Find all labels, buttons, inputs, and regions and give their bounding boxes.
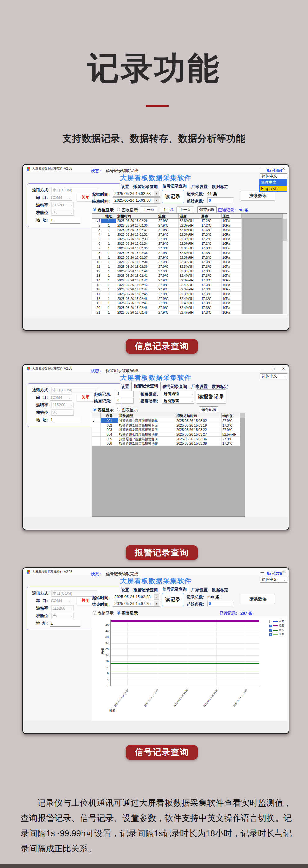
- language-select[interactable]: 简体中文 ⌄: [260, 373, 287, 379]
- minimize-icon[interactable]: —: [261, 167, 264, 171]
- calendar-dropdown-icon[interactable]: ▾: [154, 601, 159, 607]
- table-row[interactable]: 9 1 2025-05-26 15:02:37 27.9℃ 52.3%RH 17…: [92, 255, 242, 260]
- close-icon[interactable]: ✕: [282, 167, 285, 171]
- table-row[interactable]: 006 报警通道2:露点低报警动作 2025-05-26 15:03:39 17…: [92, 441, 240, 446]
- start-count-input[interactable]: [207, 197, 233, 203]
- end-record-input[interactable]: [116, 398, 134, 404]
- table-row[interactable]: 1 1 2025-05-26 15:02:29 27.9℃ 52.3%RH 17…: [92, 219, 242, 223]
- next-page-button[interactable]: 下一页: [176, 207, 194, 213]
- chart-view-label[interactable]: 图表显示: [122, 611, 138, 616]
- legend-item[interactable]: 露点: [269, 628, 284, 632]
- language-select[interactable]: 简体中文 ⌄: [260, 577, 287, 583]
- close-port-button[interactable]: 关闭: [76, 194, 95, 202]
- calendar-dropdown-icon[interactable]: ▾: [154, 191, 159, 196]
- start-time-input[interactable]: 2025-05-26 15:02:28 ▾: [113, 594, 160, 600]
- chart-view-radio[interactable]: [117, 408, 121, 411]
- table-row[interactable]: 6 1 2025-05-26 15:02:34 27.9℃ 52.3%RH 17…: [92, 241, 242, 246]
- read-records-button[interactable]: 读记录: [162, 593, 184, 607]
- table-row[interactable]: 005 报警通道1:温度高报警返回 2025-05-26 15:03:36 27…: [92, 437, 240, 441]
- table-row[interactable]: 4 1 2025-05-26 15:02:32 27.9℃ 52.3%RH 17…: [92, 232, 242, 237]
- checkbox-icon[interactable]: [269, 633, 272, 636]
- alarm-channel-select[interactable]: 所有通道 ⌄: [162, 391, 194, 397]
- legend-item[interactable]: 湿度: [269, 624, 284, 628]
- close-icon[interactable]: ✕: [282, 367, 285, 371]
- maximize-icon[interactable]: ▢: [271, 367, 274, 371]
- alarm-records-table[interactable]: 序号 报警类型 报警起始时间 动作值 001 报警通道1:温度低报警动作 202…: [92, 413, 245, 517]
- close-port-button[interactable]: 关闭: [76, 597, 95, 605]
- chart-view-radio[interactable]: [117, 208, 121, 211]
- table-view-radio[interactable]: [93, 611, 96, 615]
- save-records-button[interactable]: 保存记录: [199, 406, 218, 413]
- vertical-scrollbar[interactable]: [282, 214, 287, 314]
- table-row[interactable]: 7 1 2025-05-26 15:02:35 27.9℃ 52.3%RH 17…: [92, 246, 242, 251]
- baud-select[interactable]: 115200⌄: [51, 605, 74, 612]
- table-view-radio[interactable]: [93, 408, 96, 411]
- titlebar[interactable]: 大屏看板数据采集软件 V2.08 — ▢ ✕: [24, 568, 288, 575]
- tab[interactable]: 报警记录查询: [131, 587, 160, 594]
- address-input[interactable]: [50, 217, 80, 223]
- table-row[interactable]: 12 1 2025-05-26 15:02:40 27.9℃ 52.3%RH 1…: [92, 269, 242, 274]
- address-input[interactable]: [50, 417, 80, 424]
- tab[interactable]: 厂家设置: [189, 183, 210, 191]
- read-by-count-button[interactable]: 按条数读: [241, 594, 275, 604]
- checkbox-icon[interactable]: [269, 620, 272, 623]
- chart-view-label[interactable]: 图表显示: [122, 407, 138, 413]
- table-view-label[interactable]: 表格显示: [97, 611, 113, 616]
- calendar-dropdown-icon[interactable]: ▾: [154, 594, 159, 600]
- table-row[interactable]: 19 1 2025-05-26 15:02:47 27.9℃ 52.4%RH 1…: [92, 301, 242, 305]
- end-time-input[interactable]: 2025-05-26 15:07:25 ▾: [113, 600, 160, 607]
- table-view-label[interactable]: 表格显示: [97, 207, 113, 213]
- table-row[interactable]: 10 1 2025-05-26 15:02:38 27.9℃ 52.3%RH 1…: [92, 260, 242, 264]
- comm-mode-select[interactable]: 串口(COM)⌄: [51, 387, 97, 393]
- start-time-input[interactable]: 2025-05-26 15:02:28 ▾: [113, 190, 160, 197]
- parity-select[interactable]: 无⌄: [51, 613, 74, 619]
- tab[interactable]: 报警记录查询: [131, 382, 161, 391]
- baud-select[interactable]: 115200⌄: [51, 202, 74, 208]
- chart-view-label[interactable]: 图表显示: [122, 207, 138, 213]
- signal-records-table[interactable]: 地址 测量时间 温度 湿度 露点 压差 1 1 2025-05-26 15:02…: [92, 213, 287, 314]
- language-option-english[interactable]: English: [260, 186, 287, 191]
- read-by-count-button[interactable]: 按条数读: [241, 190, 275, 201]
- table-row[interactable]: 8 1 2025-05-26 15:02:36 27.9℃ 52.3%RH 17…: [92, 251, 242, 255]
- address-input[interactable]: [50, 620, 80, 627]
- comm-mode-select[interactable]: 串口(COM)⌄: [51, 590, 97, 596]
- table-row[interactable]: 14 1 2025-05-26 15:02:42 27.9℃ 52.3%RH 1…: [92, 278, 242, 283]
- alarm-type-select[interactable]: 所有报警 ⌄: [162, 398, 194, 404]
- minimize-icon[interactable]: —: [261, 367, 264, 371]
- table-row[interactable]: 18 1 2025-05-26 15:02:46 27.9℃ 52.4%RH 1…: [92, 297, 242, 301]
- baud-select[interactable]: 115200⌄: [51, 402, 74, 408]
- read-alarm-records-button[interactable]: 读报警记录: [196, 390, 227, 404]
- checkbox-icon[interactable]: [269, 629, 272, 632]
- tab[interactable]: 数据标定: [210, 587, 230, 594]
- table-row[interactable]: 21 1 2025-05-26 15:02:49 27.9℃ 52.4%RH 1…: [92, 310, 242, 314]
- start-record-input[interactable]: [116, 391, 134, 397]
- titlebar[interactable]: 大屏看板数据采集软件 V2.08 — ▢ ✕: [24, 165, 288, 172]
- legend-item[interactable]: 压差: [269, 632, 284, 637]
- language-option-chinese[interactable]: 简体中文: [260, 180, 287, 186]
- table-view-label[interactable]: 表格显示: [97, 407, 113, 413]
- parity-select[interactable]: 无⌄: [51, 210, 74, 216]
- end-time-input[interactable]: 2025-05-26 15:03:58 ▾: [113, 197, 160, 204]
- tab[interactable]: 报警记录查询: [131, 183, 160, 191]
- table-row[interactable]: 11 1 2025-05-26 15:02:39 27.9℃ 52.3%RH 1…: [92, 264, 242, 269]
- checkbox-icon[interactable]: [269, 624, 272, 627]
- table-row[interactable]: 5 1 2025-05-26 15:02:33 27.9℃ 52.3%RH 17…: [92, 237, 242, 242]
- titlebar[interactable]: 大屏看板数据采集软件 V2.08 — ▢ ✕: [24, 365, 288, 372]
- tab[interactable]: 厂家设置: [189, 587, 210, 594]
- table-row[interactable]: 13 1 2025-05-26 15:02:41 27.9℃ 52.4%RH 1…: [92, 273, 242, 278]
- table-row[interactable]: 20 1 2025-05-26 15:02:48 27.9℃ 52.4%RH 1…: [92, 305, 242, 310]
- minimize-icon[interactable]: —: [261, 570, 264, 574]
- table-row[interactable]: 003 报警通道3:温度高报警返回 2025-05-26 15:03:22 27…: [92, 428, 240, 432]
- table-row[interactable]: 004 报警通道4:湿度高报警动作 2025-05-26 15:03:27 52…: [92, 432, 240, 437]
- table-row[interactable]: 002 报警通道2:露点高报警返回 2025-05-26 15:03:19 17…: [92, 423, 240, 428]
- tab[interactable]: 信号记录查询: [161, 383, 189, 391]
- tab[interactable]: 数据标定: [210, 183, 230, 191]
- start-count-input[interactable]: [207, 600, 233, 607]
- calendar-dropdown-icon[interactable]: ▾: [154, 198, 159, 203]
- legend-item[interactable]: 温度: [269, 620, 284, 623]
- table-row[interactable]: 17 1 2025-05-26 15:02:45 27.9℃ 52.3%RH 1…: [92, 292, 242, 297]
- comm-mode-select[interactable]: 串口(COM)⌄: [51, 187, 97, 193]
- table-row[interactable]: 3 1 2025-05-26 15:02:31 27.9℃ 52.3%RH 17…: [92, 227, 242, 232]
- close-port-button[interactable]: 关闭: [76, 394, 95, 402]
- close-icon[interactable]: ✕: [282, 570, 285, 574]
